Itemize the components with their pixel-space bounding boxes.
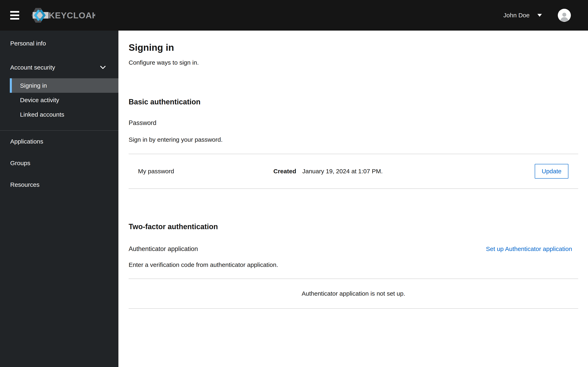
sidebar-item-device-activity[interactable]: Device activity	[10, 93, 118, 107]
menu-toggle-button[interactable]	[10, 11, 19, 20]
authenticator-heading: Authenticator application	[129, 245, 198, 253]
caret-down-icon	[537, 14, 542, 17]
sidebar-item-linked-accounts[interactable]: Linked accounts	[10, 107, 118, 122]
created-value: January 19, 2024 at 1:07 PM.	[302, 168, 383, 175]
hamburger-icon	[10, 15, 19, 16]
password-row: My password Created January 19, 2024 at …	[129, 154, 578, 189]
keycloak-logo-icon: KEYCLOAK	[31, 7, 95, 23]
password-row-name: My password	[138, 168, 273, 175]
user-name: John Doe	[503, 12, 530, 19]
sidebar-item-resources[interactable]: Resources	[0, 174, 118, 196]
page-subtitle: Configure ways to sign in.	[129, 59, 578, 67]
brand-text: KEYCLOAK	[49, 11, 95, 20]
authenticator-description: Enter a verification code from authentic…	[129, 261, 578, 269]
main-content: Signing in Configure ways to sign in. Ba…	[118, 31, 588, 367]
created-label: Created	[273, 168, 296, 175]
masthead: KEYCLOAK John Doe	[0, 0, 588, 31]
avatar-button[interactable]	[558, 9, 571, 22]
sidebar-nav: Personal info Account security Signing i…	[0, 31, 118, 367]
sidebar-item-groups[interactable]: Groups	[0, 152, 118, 174]
update-password-button[interactable]: Update	[535, 164, 568, 179]
authenticator-empty-state-row: Authenticator application is not set up.	[129, 278, 578, 309]
avatar-icon	[559, 10, 570, 22]
hamburger-icon	[10, 18, 19, 20]
password-heading: Password	[129, 119, 578, 127]
password-description: Sign in by entering your password.	[129, 136, 578, 143]
page-body: Personal info Account security Signing i…	[0, 31, 588, 367]
authenticator-heading-row: Authenticator application Set up Authent…	[129, 245, 578, 253]
two-factor-heading: Two-factor authentication	[129, 222, 578, 231]
authenticator-empty-state-text: Authenticator application is not set up.	[302, 290, 405, 297]
setup-authenticator-link[interactable]: Set up Authenticator application	[486, 245, 572, 252]
hamburger-icon	[10, 11, 19, 13]
basic-auth-heading: Basic authentication	[129, 98, 578, 106]
sidebar-item-personal-info[interactable]: Personal info	[0, 31, 118, 56]
keycloak-logo[interactable]: KEYCLOAK	[31, 7, 95, 23]
chevron-down-icon	[100, 66, 106, 69]
user-menu-button[interactable]: John Doe	[503, 12, 542, 19]
account-security-subnav: Signing in Device activity Linked accoun…	[0, 78, 118, 122]
sidebar-item-account-security[interactable]: Account security	[0, 64, 118, 71]
sidebar-item-applications[interactable]: Applications	[0, 131, 118, 152]
page-title: Signing in	[129, 42, 578, 53]
sidebar-group-account-security: Account security Signing in Device activ…	[0, 56, 118, 131]
sidebar-item-label: Account security	[10, 64, 55, 71]
sidebar-item-signing-in[interactable]: Signing in	[10, 78, 118, 93]
